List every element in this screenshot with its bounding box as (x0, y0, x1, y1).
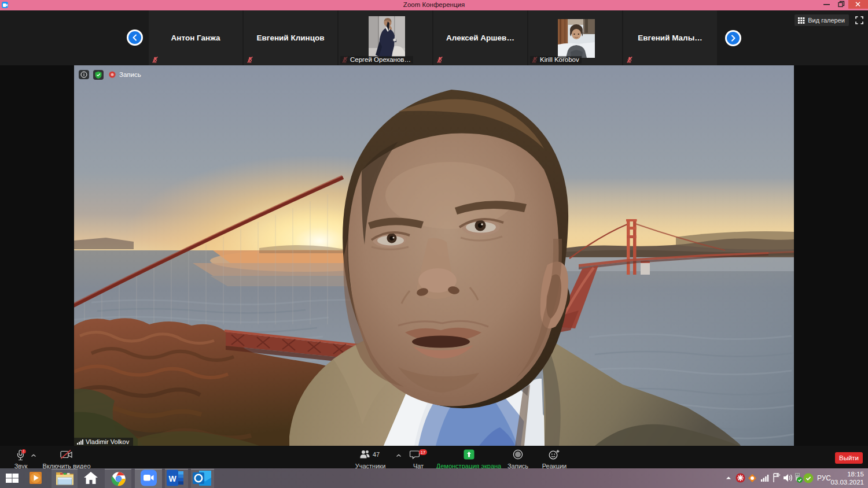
svg-text:W: W (168, 474, 176, 483)
svg-text:!: ! (23, 449, 24, 453)
svg-text:47: 47 (373, 451, 380, 458)
svg-text:17: 17 (421, 450, 425, 455)
